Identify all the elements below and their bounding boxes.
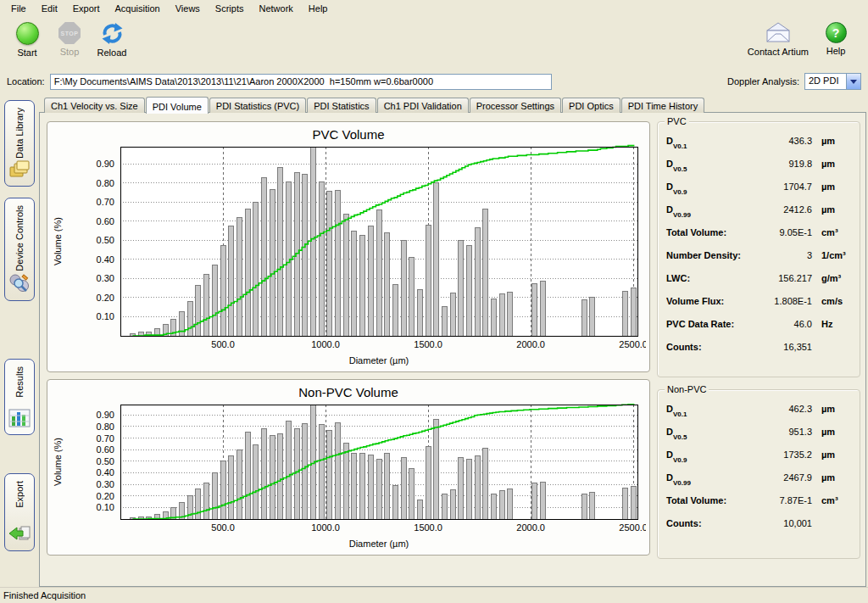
- content-area: Ch1 Velocity vs. SizePDI VolumePDI Stati…: [39, 93, 866, 587]
- stat-value: 46.0: [751, 319, 812, 329]
- contact-artium-button[interactable]: Contact Artium: [744, 20, 812, 59]
- main-area: Data LibraryDevice ControlsResultsExport…: [0, 92, 868, 587]
- stat-label: DV0.9: [666, 449, 751, 462]
- tab-ch1-velocity-vs-size[interactable]: Ch1 Velocity vs. Size: [44, 98, 145, 113]
- svg-text:2500.0: 2500.0: [619, 522, 646, 533]
- stat-label: DV0.99: [666, 472, 751, 485]
- stat-unit: Hz: [812, 319, 853, 329]
- toolbar: Start STOP Stop Reload Contact Artium ? …: [0, 17, 868, 71]
- location-input[interactable]: [50, 74, 552, 90]
- reload-button[interactable]: Reload: [93, 20, 131, 59]
- svg-text:1500.0: 1500.0: [414, 339, 442, 349]
- start-button[interactable]: Start: [8, 20, 46, 59]
- stat-value: 1.808E-1: [751, 296, 812, 306]
- svg-text:Diameter (µm): Diameter (µm): [349, 539, 409, 549]
- pvc-stats-panel: PVC DV0.1436.3µmDV0.5919.8µmDV0.91704.7µ…: [657, 121, 860, 377]
- svg-text:500.0: 500.0: [211, 339, 235, 349]
- svg-text:0.70: 0.70: [97, 433, 114, 444]
- svg-text:0.60: 0.60: [97, 216, 114, 226]
- svg-text:0.10: 0.10: [97, 311, 114, 321]
- stat-value: 156.217: [751, 273, 812, 283]
- svg-text:0.30: 0.30: [97, 273, 114, 283]
- stat-value: 9.05E-1: [751, 227, 812, 237]
- stat-unit: cm³: [812, 227, 853, 237]
- menu-item-file[interactable]: File: [3, 1, 34, 16]
- menu-item-network[interactable]: Network: [251, 1, 300, 16]
- stat-value: 436.3: [751, 136, 812, 146]
- tab-strip: Ch1 Velocity vs. SizePDI VolumePDI Stati…: [39, 93, 866, 113]
- tab-processor-settings[interactable]: Processor Settings: [470, 98, 561, 113]
- pvc-panel-title: PVC: [665, 116, 689, 126]
- svg-text:0.90: 0.90: [97, 410, 114, 420]
- location-row: Location: Doppler Analysis: 2D PDI: [0, 71, 868, 92]
- svg-text:0.50: 0.50: [97, 235, 114, 245]
- stat-label: DV0.5: [666, 159, 751, 171]
- stat-value: 462.3: [751, 404, 812, 414]
- svg-text:2000.0: 2000.0: [516, 522, 545, 533]
- stat-unit: µm: [812, 136, 853, 146]
- tab-page-pdi-volume: PVC Volume 0.100.200.300.400.500.600.700…: [39, 112, 866, 587]
- reload-button-label: Reload: [97, 47, 127, 58]
- charts-column: PVC Volume 0.100.200.300.400.500.600.700…: [47, 121, 650, 579]
- contact-artium-label: Contact Artium: [748, 47, 809, 57]
- svg-text:1500.0: 1500.0: [414, 522, 442, 533]
- status-text: Finished Acquisition: [3, 590, 86, 600]
- stat-label: PVC Data Rate:: [666, 319, 751, 329]
- stat-value: 7.87E-1: [751, 495, 812, 505]
- chevron-down-icon[interactable]: [846, 74, 860, 89]
- stat-value: 2412.6: [751, 204, 812, 215]
- non-pvc-chart-title: Non-PVC Volume: [47, 385, 649, 399]
- svg-text:0.10: 0.10: [97, 502, 114, 512]
- menu-item-export[interactable]: Export: [65, 1, 108, 16]
- stat-row: PVC Data Rate:46.0Hz: [666, 319, 853, 342]
- stat-row: LWC:156.217g/m³: [666, 273, 853, 296]
- stat-unit: cm³: [812, 495, 853, 505]
- non-pvc-chart-plot: 0.100.200.300.400.500.600.700.800.90500.…: [47, 400, 646, 553]
- folders-icon: [8, 160, 31, 181]
- stat-row: Total Volume:9.05E-1cm³: [666, 227, 853, 250]
- tab-pdi-volume[interactable]: PDI Volume: [146, 97, 209, 114]
- sidebar-item-results[interactable]: Results: [4, 359, 35, 435]
- menu-bar: FileEditExportAcquisitionViewsScriptsNet…: [0, 0, 868, 17]
- stat-unit: µm: [812, 427, 853, 437]
- sidebar-item-data-library[interactable]: Data Library: [4, 100, 35, 187]
- svg-text:0.40: 0.40: [97, 254, 114, 265]
- non-pvc-volume-chart: Non-PVC Volume 0.100.200.300.400.500.600…: [47, 379, 650, 556]
- status-bar: Finished Acquisition: [0, 587, 868, 603]
- tab-ch1-pdi-validation[interactable]: Ch1 PDI Validation: [377, 98, 469, 113]
- stat-label: Total Volume:: [666, 227, 751, 237]
- stat-label: DV0.5: [666, 427, 751, 439]
- menu-item-edit[interactable]: Edit: [34, 1, 65, 16]
- stat-row: Volume Flux:1.808E-1cm/s: [666, 296, 853, 319]
- pvc-volume-chart: PVC Volume 0.100.200.300.400.500.600.700…: [47, 121, 650, 372]
- start-button-label: Start: [17, 47, 36, 58]
- doppler-analysis-select[interactable]: 2D PDI: [804, 73, 861, 90]
- sidebar-item-label: Results: [14, 366, 25, 398]
- stat-label: DV0.1: [666, 136, 751, 148]
- tab-pdi-statistics-pvc[interactable]: PDI Statistics (PVC): [209, 98, 306, 113]
- stats-column: PVC DV0.1436.3µmDV0.5919.8µmDV0.91704.7µ…: [657, 121, 860, 579]
- svg-text:0.90: 0.90: [97, 159, 114, 169]
- sidebar: Data LibraryDevice ControlsResultsExport: [0, 93, 39, 587]
- stat-value: 1735.2: [751, 449, 812, 460]
- stat-unit: g/m³: [812, 273, 853, 283]
- stat-row: Number Density:31/cm³: [666, 250, 853, 273]
- tab-pdi-time-history[interactable]: PDI Time History: [621, 98, 705, 113]
- menu-item-scripts[interactable]: Scripts: [208, 1, 252, 16]
- menu-item-views[interactable]: Views: [168, 1, 208, 16]
- tab-pdi-statistics[interactable]: PDI Statistics: [307, 98, 376, 113]
- stat-label: Volume Flux:: [666, 296, 751, 306]
- stat-row: DV0.1462.3µm: [666, 404, 853, 427]
- sidebar-item-export[interactable]: Export: [4, 473, 35, 551]
- tab-pdi-optics[interactable]: PDI Optics: [562, 98, 620, 113]
- menu-item-help[interactable]: Help: [301, 1, 336, 16]
- help-button[interactable]: ? Help: [817, 20, 854, 58]
- stat-row: DV0.5951.3µm: [666, 427, 853, 449]
- stat-row: DV0.992412.6µm: [666, 204, 853, 227]
- svg-text:0.80: 0.80: [97, 422, 114, 432]
- sidebar-item-label: Data Library: [14, 108, 25, 159]
- stat-label: DV0.99: [666, 204, 751, 217]
- menu-item-acquisition[interactable]: Acquisition: [108, 1, 168, 16]
- sidebar-item-device-controls[interactable]: Device Controls: [4, 198, 35, 301]
- stat-label: Counts:: [666, 518, 751, 528]
